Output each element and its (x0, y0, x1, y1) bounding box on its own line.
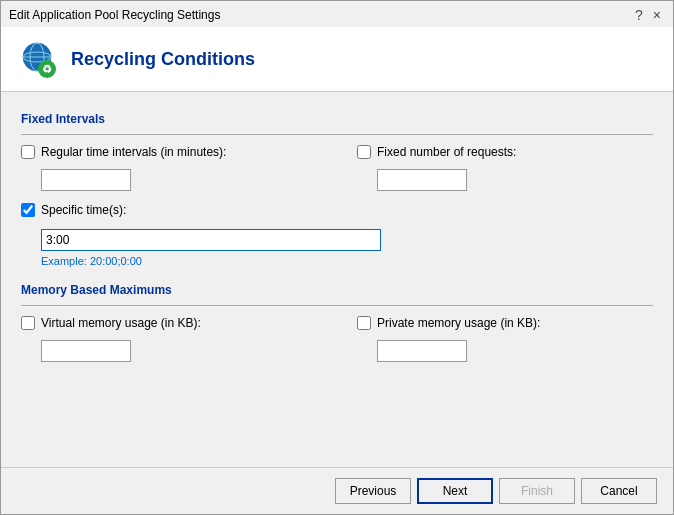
virtual-memory-label: Virtual memory usage (in KB): (41, 316, 201, 330)
svg-text:♻: ♻ (42, 63, 52, 75)
dialog-title: Edit Application Pool Recycling Settings (9, 8, 220, 22)
example-value: 20:00;0:00 (90, 255, 142, 267)
private-memory-input[interactable] (377, 340, 467, 362)
fixed-requests-row: Fixed number of requests: (357, 145, 653, 159)
virtual-memory-col: Virtual memory usage (in KB): (21, 316, 317, 362)
virtual-memory-row: Virtual memory usage (in KB): (21, 316, 317, 330)
fixed-intervals-row1: Regular time intervals (in minutes): Fix… (21, 145, 653, 191)
regular-time-col: Regular time intervals (in minutes): (21, 145, 317, 191)
dialog: Edit Application Pool Recycling Settings… (0, 0, 674, 515)
private-memory-checkbox[interactable] (357, 316, 371, 330)
specific-times-block: Specific time(s): Example: 20:00;0:00 (21, 203, 653, 267)
fixed-requests-label: Fixed number of requests: (377, 145, 516, 159)
example-prefix: Example: (41, 255, 90, 267)
specific-times-checkbox[interactable] (21, 203, 35, 217)
memory-divider (21, 305, 653, 306)
private-memory-label: Private memory usage (in KB): (377, 316, 540, 330)
fixed-requests-checkbox[interactable] (357, 145, 371, 159)
memory-section: Memory Based Maximums Virtual memory usa… (21, 283, 653, 362)
recycle-icon: ♻ (17, 39, 57, 79)
page-title: Recycling Conditions (71, 49, 255, 70)
memory-label: Memory Based Maximums (21, 283, 653, 297)
regular-time-input[interactable] (41, 169, 131, 191)
regular-time-row: Regular time intervals (in minutes): (21, 145, 317, 159)
help-icon[interactable]: ? (631, 7, 647, 23)
header: ♻ Recycling Conditions (1, 27, 673, 92)
regular-time-checkbox[interactable] (21, 145, 35, 159)
fixed-intervals-label: Fixed Intervals (21, 112, 653, 126)
next-button[interactable]: Next (417, 478, 493, 504)
regular-time-label: Regular time intervals (in minutes): (41, 145, 226, 159)
virtual-memory-checkbox[interactable] (21, 316, 35, 330)
specific-times-row: Specific time(s): (21, 203, 653, 217)
specific-times-label: Specific time(s): (41, 203, 126, 217)
example-text: Example: 20:00;0:00 (41, 255, 653, 267)
title-bar-controls: ? × (631, 7, 665, 23)
previous-button[interactable]: Previous (335, 478, 411, 504)
close-icon[interactable]: × (649, 7, 665, 23)
finish-button[interactable]: Finish (499, 478, 575, 504)
content-area: Fixed Intervals Regular time intervals (… (1, 92, 673, 467)
private-memory-col: Private memory usage (in KB): (357, 316, 653, 362)
fixed-intervals-section: Fixed Intervals Regular time intervals (… (21, 112, 653, 267)
title-bar: Edit Application Pool Recycling Settings… (1, 1, 673, 27)
fixed-requests-input[interactable] (377, 169, 467, 191)
fixed-requests-col: Fixed number of requests: (357, 145, 653, 191)
specific-times-input[interactable] (41, 229, 381, 251)
cancel-button[interactable]: Cancel (581, 478, 657, 504)
footer: Previous Next Finish Cancel (1, 467, 673, 514)
private-memory-row: Private memory usage (in KB): (357, 316, 653, 330)
fixed-intervals-divider (21, 134, 653, 135)
memory-row: Virtual memory usage (in KB): Private me… (21, 316, 653, 362)
virtual-memory-input[interactable] (41, 340, 131, 362)
